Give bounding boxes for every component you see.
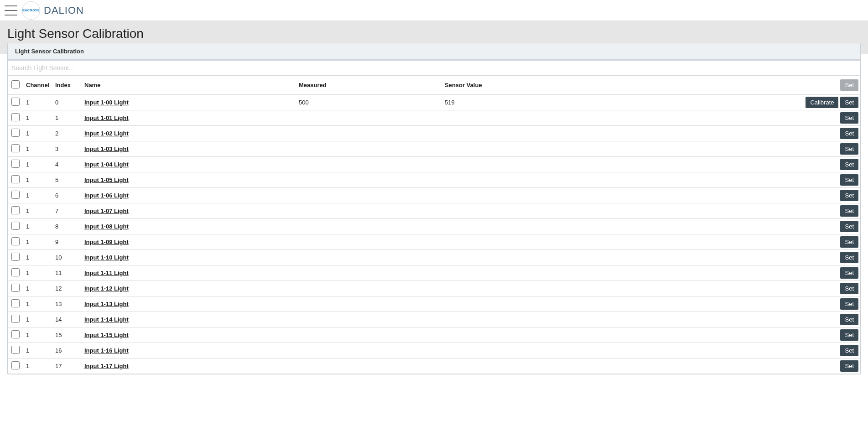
- search-row: [8, 61, 860, 76]
- set-button[interactable]: Set: [840, 128, 858, 139]
- cell-channel: 1: [23, 281, 52, 296]
- row-checkbox[interactable]: [11, 98, 20, 106]
- cell-channel: 1: [23, 141, 52, 157]
- cell-measured: [296, 188, 442, 203]
- set-button[interactable]: Set: [840, 159, 858, 170]
- cell-index: 4: [52, 157, 82, 172]
- sensor-name-link[interactable]: Input 1-14 Light: [84, 316, 129, 323]
- row-checkbox[interactable]: [11, 237, 20, 245]
- set-button[interactable]: Set: [840, 190, 858, 201]
- cell-index: 15: [52, 327, 82, 343]
- sensor-name-link[interactable]: Input 1-05 Light: [84, 177, 129, 183]
- set-button[interactable]: Set: [840, 143, 858, 155]
- cell-index: 11: [52, 265, 82, 281]
- set-button[interactable]: Set: [840, 360, 858, 372]
- row-checkbox[interactable]: [11, 284, 20, 292]
- table-row: 12Input 1-02 LightSet: [8, 126, 860, 141]
- col-measured: Measured: [296, 76, 442, 95]
- table-row: 15Input 1-05 LightSet: [8, 172, 860, 188]
- calibration-panel: Light Sensor Calibration Channel Index N…: [7, 43, 861, 374]
- set-button[interactable]: Set: [840, 112, 858, 124]
- row-checkbox[interactable]: [11, 315, 20, 323]
- cell-measured: [296, 265, 442, 281]
- set-button[interactable]: Set: [840, 97, 858, 108]
- set-button[interactable]: Set: [840, 252, 858, 263]
- row-checkbox[interactable]: [11, 253, 20, 261]
- sensor-name-link[interactable]: Input 1-03 Light: [84, 145, 129, 152]
- cell-measured: [296, 327, 442, 343]
- table-row: 19Input 1-09 LightSet: [8, 234, 860, 250]
- sensor-name-link[interactable]: Input 1-16 Light: [84, 347, 129, 354]
- row-checkbox[interactable]: [11, 222, 20, 230]
- sensor-name-link[interactable]: Input 1-13 Light: [84, 301, 129, 307]
- cell-channel: 1: [23, 327, 52, 343]
- set-button[interactable]: Set: [840, 267, 858, 279]
- sensor-name-link[interactable]: Input 1-15 Light: [84, 332, 129, 338]
- row-checkbox[interactable]: [11, 175, 20, 183]
- col-index: Index: [52, 76, 82, 95]
- set-button[interactable]: Set: [840, 298, 858, 310]
- sensor-name-link[interactable]: Input 1-08 Light: [84, 223, 129, 230]
- row-checkbox[interactable]: [11, 268, 20, 276]
- cell-channel: 1: [23, 296, 52, 312]
- set-button[interactable]: Set: [840, 236, 858, 248]
- row-checkbox[interactable]: [11, 330, 20, 338]
- row-checkbox[interactable]: [11, 113, 20, 121]
- sensor-name-link[interactable]: Input 1-04 Light: [84, 161, 129, 168]
- set-button[interactable]: Set: [840, 345, 858, 356]
- cell-index: 14: [52, 312, 82, 327]
- table-row: 14Input 1-04 LightSet: [8, 157, 860, 172]
- row-checkbox[interactable]: [11, 191, 20, 199]
- cell-sensor-value: [442, 157, 794, 172]
- set-button[interactable]: Set: [840, 205, 858, 217]
- row-checkbox[interactable]: [11, 129, 20, 137]
- row-checkbox[interactable]: [11, 160, 20, 168]
- cell-index: 1: [52, 110, 82, 126]
- cell-sensor-value: [442, 265, 794, 281]
- sensor-name-link[interactable]: Input 1-10 Light: [84, 254, 129, 261]
- page-title: Light Sensor Calibration: [7, 26, 861, 41]
- table-row: 113Input 1-13 LightSet: [8, 296, 860, 312]
- sensor-name-link[interactable]: Input 1-00 Light: [84, 99, 129, 106]
- search-input[interactable]: [8, 61, 860, 75]
- set-button[interactable]: Set: [840, 314, 858, 325]
- col-actions: Set: [794, 76, 860, 95]
- select-all-checkbox[interactable]: [11, 80, 20, 88]
- row-checkbox[interactable]: [11, 206, 20, 214]
- cell-sensor-value: [442, 219, 794, 234]
- row-checkbox[interactable]: [11, 361, 20, 369]
- cell-measured: [296, 203, 442, 219]
- app-header: BACMOVE DALION: [0, 0, 868, 21]
- cell-index: 13: [52, 296, 82, 312]
- header-set-button[interactable]: Set: [840, 79, 858, 91]
- sensor-name-link[interactable]: Input 1-11 Light: [84, 270, 129, 276]
- cell-index: 9: [52, 234, 82, 250]
- cell-index: 7: [52, 203, 82, 219]
- cell-index: 12: [52, 281, 82, 296]
- sensor-name-link[interactable]: Input 1-17 Light: [84, 363, 129, 369]
- cell-channel: 1: [23, 265, 52, 281]
- table-row: 116Input 1-16 LightSet: [8, 343, 860, 358]
- set-button[interactable]: Set: [840, 283, 858, 294]
- row-checkbox[interactable]: [11, 299, 20, 307]
- set-button[interactable]: Set: [840, 174, 858, 186]
- cell-measured: [296, 281, 442, 296]
- sensor-name-link[interactable]: Input 1-02 Light: [84, 130, 129, 137]
- cell-sensor-value: [442, 203, 794, 219]
- sensor-name-link[interactable]: Input 1-09 Light: [84, 239, 129, 245]
- sensor-name-link[interactable]: Input 1-07 Light: [84, 208, 129, 214]
- col-name: Name: [82, 76, 296, 95]
- sensor-name-link[interactable]: Input 1-06 Light: [84, 192, 129, 199]
- row-checkbox[interactable]: [11, 144, 20, 152]
- cell-channel: 1: [23, 312, 52, 327]
- sensor-name-link[interactable]: Input 1-01 Light: [84, 114, 129, 121]
- sensor-name-link[interactable]: Input 1-12 Light: [84, 285, 129, 292]
- cell-channel: 1: [23, 358, 52, 374]
- row-checkbox[interactable]: [11, 346, 20, 354]
- table-row: 110Input 1-10 LightSet: [8, 250, 860, 265]
- set-button[interactable]: Set: [840, 221, 858, 232]
- cell-channel: 1: [23, 203, 52, 219]
- menu-icon[interactable]: [5, 5, 17, 16]
- set-button[interactable]: Set: [840, 329, 858, 341]
- calibrate-button[interactable]: Calibrate: [806, 97, 838, 108]
